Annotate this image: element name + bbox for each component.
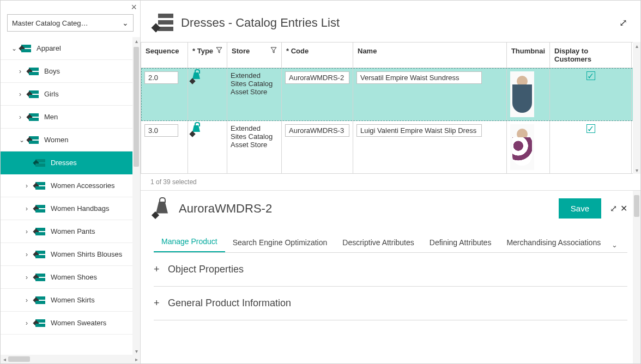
catalog-dropdown-label: Master Catalog Categ… <box>12 19 88 27</box>
product-icon <box>154 199 172 218</box>
tree-item-girls[interactable]: ›Girls <box>1 83 140 106</box>
tree-item-label: Women Shirts Blouses <box>51 250 122 258</box>
catalog-entries-table: Sequence * Type Store * Code Name Thumbn… <box>141 42 640 174</box>
tree-item-men[interactable]: ›Men <box>1 106 140 129</box>
tree-item-women-shirts-blouses[interactable]: ›Women Shirts Blouses <box>1 243 140 266</box>
col-type[interactable]: * Type <box>188 43 227 68</box>
scroll-right-icon[interactable]: ▸ <box>132 356 140 362</box>
expand-list-icon[interactable]: ⤢ <box>619 17 627 29</box>
expand-section-icon[interactable]: + <box>154 298 162 309</box>
category-icon <box>29 113 39 121</box>
category-icon <box>35 319 45 327</box>
col-code[interactable]: * Code <box>282 43 353 68</box>
tree-scrollbar[interactable]: ▴ ▾ <box>132 37 140 355</box>
tab-manage-product[interactable]: Manage Product <box>154 232 225 253</box>
expand-section-icon[interactable]: + <box>154 264 162 275</box>
section-general-product-information[interactable]: +General Product Information <box>154 287 627 320</box>
name-input[interactable]: Luigi Valenti Empire Waist Slip Dress <box>356 124 482 137</box>
col-display[interactable]: Display to Customers <box>550 43 632 68</box>
grid-scroll-down-icon[interactable]: ▾ <box>633 166 640 174</box>
filter-store-icon[interactable] <box>270 47 277 55</box>
main-panel: Dresses - Catalog Entries List ⤢ Sequenc… <box>141 1 640 363</box>
sidebar-close-icon[interactable]: × <box>131 2 137 13</box>
tree-item-label: Women Pants <box>51 227 95 235</box>
tree-item-women-handbags[interactable]: ›Women Handbags <box>1 197 140 220</box>
tree-item-women-skirts[interactable]: ›Women Skirts <box>1 289 140 312</box>
tree-item-label: Women Accessories <box>51 181 115 190</box>
scroll-left-icon[interactable]: ◂ <box>1 356 8 362</box>
chevron-down-icon: ⌄ <box>122 19 129 27</box>
detail-scroll-thumb[interactable] <box>634 195 639 217</box>
detail-header: AuroraWMDRS-2 Save ⤢ ✕ <box>154 198 627 219</box>
sidebar-hscrollbar[interactable]: ◂ ▸ <box>1 355 140 363</box>
detail-title: AuroraWMDRS-2 <box>179 202 272 216</box>
selection-status: 1 of 39 selected <box>141 174 640 190</box>
table-row[interactable]: 3.0Extended Sites Catalog Asset StoreAur… <box>141 121 640 174</box>
catalog-list-icon <box>154 14 173 32</box>
col-name[interactable]: Name <box>353 43 507 68</box>
tree-item-boys[interactable]: ›Boys <box>1 60 140 83</box>
sequence-input[interactable]: 3.0 <box>144 124 178 137</box>
tree-item-women-pants[interactable]: ›Women Pants <box>1 220 140 243</box>
grid-scrollbar[interactable]: ▴ ▾ <box>633 42 640 174</box>
hscroll-thumb[interactable] <box>8 356 30 362</box>
category-icon <box>35 159 45 167</box>
display-checkbox[interactable]: ✓ <box>586 71 595 80</box>
detail-panel: AuroraWMDRS-2 Save ⤢ ✕ Manage ProductSea… <box>141 190 640 363</box>
tree-item-label: Apparel <box>37 44 61 52</box>
category-icon <box>35 296 45 304</box>
detail-tabs: Manage ProductSearch Engine Optimization… <box>154 232 627 253</box>
tab-defining-attributes[interactable]: Defining Attributes <box>422 233 499 252</box>
grid-scroll-up-icon[interactable]: ▴ <box>633 42 640 50</box>
sequence-input[interactable]: 2.0 <box>144 71 178 84</box>
display-checkbox[interactable]: ✓ <box>586 124 595 133</box>
tree-item-women-shoes[interactable]: ›Women Shoes <box>1 266 140 289</box>
filter-type-icon[interactable] <box>216 47 222 55</box>
tree-item-label: Boys <box>44 67 60 75</box>
section-title: Object Properties <box>168 264 244 275</box>
close-detail-icon[interactable]: ✕ <box>620 203 627 214</box>
tree-item-apparel[interactable]: ⌄Apparel <box>1 37 140 60</box>
scroll-thumb[interactable] <box>134 47 139 167</box>
category-icon <box>29 68 39 75</box>
tab-search-engine-optimization[interactable]: Search Engine Optimization <box>225 233 335 252</box>
detail-scrollbar[interactable] <box>633 191 640 363</box>
category-icon <box>35 251 45 258</box>
code-input[interactable]: AuroraWMDRS-3 <box>285 124 349 137</box>
col-store[interactable]: Store <box>227 43 282 68</box>
tree-item-label: Women Handbags <box>51 204 109 213</box>
tree-item-label: Women Sweaters <box>51 319 106 327</box>
name-input[interactable]: Versatil Empire Waist Sundress <box>356 71 482 84</box>
section-object-properties[interactable]: +Object Properties <box>154 253 627 287</box>
scroll-up-icon[interactable]: ▴ <box>132 37 140 45</box>
store-cell: Extended Sites Catalog Asset Store <box>227 68 282 121</box>
tree-item-women[interactable]: ⌄Women <box>1 129 140 151</box>
tree-item-women-sweaters[interactable]: ›Women Sweaters <box>1 312 140 335</box>
code-input[interactable]: AuroraWMDRS-2 <box>285 71 349 84</box>
catalog-dropdown[interactable]: Master Catalog Categ… ⌄ <box>7 14 134 32</box>
scroll-down-icon[interactable]: ▾ <box>132 347 140 355</box>
list-title: Dresses - Catalog Entries List <box>181 16 340 30</box>
tree-item-women-accessories[interactable]: ›Women Accessories <box>1 174 140 197</box>
thumbnail-image <box>510 124 534 170</box>
tree-item-label: Women Shoes <box>51 273 97 281</box>
save-button[interactable]: Save <box>559 198 601 219</box>
category-tree: ⌄Apparel›Boys›Girls›Men⌄WomenDresses›Wom… <box>1 37 140 355</box>
col-sequence[interactable]: Sequence <box>141 43 188 68</box>
tree-item-label: Dresses <box>51 159 77 167</box>
tab-descriptive-attributes[interactable]: Descriptive Attributes <box>335 233 422 252</box>
col-thumbnail[interactable]: Thumbnai <box>506 43 549 68</box>
tree-item-dresses[interactable]: Dresses <box>1 151 140 174</box>
list-header: Dresses - Catalog Entries List ⤢ <box>141 1 640 42</box>
sidebar: × Master Catalog Categ… ⌄ ⌄Apparel›Boys›… <box>1 1 141 363</box>
section-title: General Product Information <box>168 298 291 309</box>
category-icon <box>21 45 31 52</box>
tab-merchandising-associations[interactable]: Merchandising Associations <box>499 233 608 252</box>
tree-item-label: Women Skirts <box>51 296 95 304</box>
expand-detail-icon[interactable]: ⤢ <box>610 203 617 214</box>
product-type-icon <box>191 71 202 82</box>
category-icon <box>35 182 45 190</box>
tabs-overflow-icon[interactable]: ⌄ <box>608 238 621 252</box>
grid-wrap: Sequence * Type Store * Code Name Thumbn… <box>141 42 640 174</box>
table-row[interactable]: 2.0Extended Sites Catalog Asset StoreAur… <box>141 68 640 121</box>
